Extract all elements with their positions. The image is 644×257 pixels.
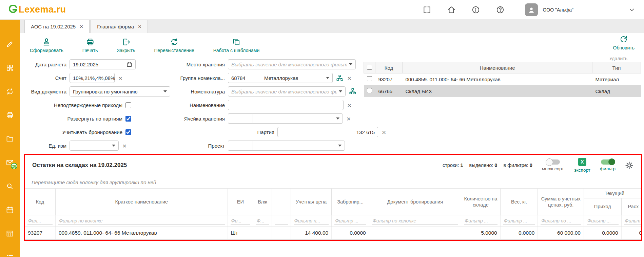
stock-table: Код Краткое наименование ЕИ Влж Учетная …	[25, 189, 641, 240]
clear-icon[interactable]	[347, 102, 351, 109]
checklist-icon[interactable]	[6, 253, 14, 257]
column-header[interactable]: Код	[25, 189, 55, 215]
storage-cell-select[interactable]	[253, 113, 343, 124]
project-code-input[interactable]	[228, 141, 253, 151]
row-checkbox[interactable]	[367, 76, 372, 81]
booking-checkbox[interactable]	[125, 129, 131, 135]
column-filter-input[interactable]	[334, 217, 366, 224]
column-filter-input[interactable]	[294, 217, 329, 224]
column-header[interactable]: Приход	[584, 198, 622, 215]
print-icon[interactable]	[6, 111, 14, 119]
tab-main-form[interactable]: Главная форма	[91, 20, 148, 33]
help-icon[interactable]	[496, 5, 505, 14]
column-filter-input[interactable]	[541, 217, 581, 224]
column-header[interactable]: Краткое наименование	[55, 189, 228, 215]
folder-icon[interactable]	[6, 135, 14, 143]
column-filter-input[interactable]	[231, 217, 250, 224]
unconfirmed-checkbox[interactable]	[125, 102, 131, 108]
tree-icon[interactable]	[349, 88, 356, 95]
column-filter-input[interactable]	[372, 217, 458, 224]
info-icon[interactable]	[471, 5, 480, 14]
column-header[interactable]	[272, 189, 291, 215]
account-input[interactable]: 10%,21%,4%,08%	[70, 73, 115, 83]
cell-code: 66765	[375, 85, 403, 97]
cell-type: Материал	[592, 73, 641, 85]
qr-grid-icon[interactable]	[6, 64, 14, 72]
calendar-icon[interactable]	[6, 206, 14, 214]
column-filter-input[interactable]	[256, 217, 269, 224]
tab-aos[interactable]: АОС на 19.02.2025	[24, 20, 90, 33]
workspace-switch-icon[interactable]	[423, 5, 431, 14]
home-icon[interactable]	[447, 5, 456, 14]
project-select[interactable]	[253, 141, 345, 151]
batch-input[interactable]: 132 615	[277, 127, 378, 137]
mail-icon[interactable]: 28	[6, 158, 14, 167]
lookup-row[interactable]: 66765 Склад БИХ Склад	[364, 85, 641, 97]
clear-icon[interactable]	[347, 115, 351, 122]
generate-button[interactable]: Сформировать	[30, 38, 63, 53]
name-input[interactable]	[228, 100, 344, 110]
expand-batches-checkbox[interactable]	[125, 116, 131, 122]
column-header[interactable]: Забронир...	[332, 189, 369, 215]
left-sidebar: 28	[0, 20, 20, 257]
table-icon[interactable]	[6, 230, 14, 238]
group-drop-zone[interactable]: Перетащите сюда колонку для группировки …	[25, 176, 641, 189]
storage-cell-code-input[interactable]	[228, 113, 253, 124]
refresh-button[interactable]: Обновить	[613, 35, 635, 50]
column-filter-input[interactable]	[587, 217, 619, 224]
lookup-col-name[interactable]: Наименование	[403, 62, 592, 73]
delete-button[interactable]: Удалить	[609, 58, 627, 61]
column-filter-input[interactable]	[624, 217, 641, 224]
storage-multiselect[interactable]: Выбрать значение для множественного филь…	[228, 59, 356, 69]
column-header[interactable]: Документ бронирования	[369, 189, 461, 215]
column-filter-input[interactable]	[58, 217, 225, 224]
column-header[interactable]: Учетная цена	[291, 189, 332, 215]
filter-toggle[interactable]	[601, 159, 614, 165]
column-filter-input[interactable]	[275, 217, 288, 224]
tab-close-icon[interactable]	[80, 24, 83, 29]
doctype-select[interactable]: Группировка по умолчанию	[70, 86, 170, 97]
column-header[interactable]: ЕИ	[228, 189, 253, 215]
nomenclature-multiselect[interactable]: Выбрать значение для множественного филь…	[228, 86, 346, 97]
date-input[interactable]: 19.02.2025	[70, 59, 136, 69]
row-checkbox[interactable]	[367, 88, 372, 93]
clear-icon[interactable]	[122, 142, 126, 149]
column-group-current: Текущий	[584, 189, 641, 198]
column-header[interactable]: Количество на складе	[461, 189, 501, 215]
close-button[interactable]: Закрыть	[117, 38, 135, 53]
chevron-down-icon[interactable]	[628, 6, 636, 14]
column-header[interactable]: Вес, кг.	[500, 189, 538, 215]
lookup-row[interactable]: 93207 000.4859. 011.000- 64- 66 Металлор…	[364, 73, 641, 85]
clear-icon[interactable]	[118, 74, 122, 82]
multisort-toggle[interactable]	[546, 159, 560, 165]
excel-export-icon[interactable]: X	[578, 158, 586, 166]
sync-icon[interactable]	[6, 87, 14, 95]
lookup-col-type[interactable]: Тип	[592, 62, 641, 73]
print-button[interactable]: Печать	[82, 38, 98, 53]
reissue-button[interactable]: Перевыставление	[154, 38, 194, 53]
unit-select[interactable]	[70, 141, 119, 151]
edit-icon[interactable]	[6, 40, 14, 48]
column-filter-input[interactable]	[464, 217, 497, 224]
search-icon[interactable]	[6, 182, 14, 190]
column-filter-input[interactable]	[27, 217, 53, 224]
clear-icon[interactable]	[382, 129, 386, 136]
column-header[interactable]: Сумма в учетных ценах, руб.	[538, 189, 584, 215]
avatar[interactable]	[525, 3, 538, 16]
clear-icon[interactable]	[347, 74, 351, 82]
tab-close-icon[interactable]	[138, 24, 141, 29]
tree-icon[interactable]	[336, 74, 344, 82]
logo[interactable]: Lexema.ru	[8, 4, 66, 15]
column-header[interactable]: Расх	[621, 198, 641, 215]
stock-row[interactable]: 93207 000.4859. 011.000- 64- 66 Металлор…	[25, 227, 641, 239]
calendar-icon[interactable]	[126, 62, 132, 67]
column-header[interactable]: Влж	[253, 189, 272, 215]
logo-g-icon	[8, 5, 18, 15]
column-filter-input[interactable]	[503, 217, 535, 224]
nomen-group-code-input[interactable]: 68784	[228, 73, 261, 83]
lookup-col-code[interactable]: Код	[375, 62, 403, 73]
select-all-checkbox[interactable]	[367, 65, 372, 70]
gear-icon[interactable]	[625, 161, 633, 170]
nomen-group-select[interactable]: Металлорукав	[261, 73, 333, 83]
templates-button[interactable]: Работа с шаблонами	[213, 38, 259, 53]
